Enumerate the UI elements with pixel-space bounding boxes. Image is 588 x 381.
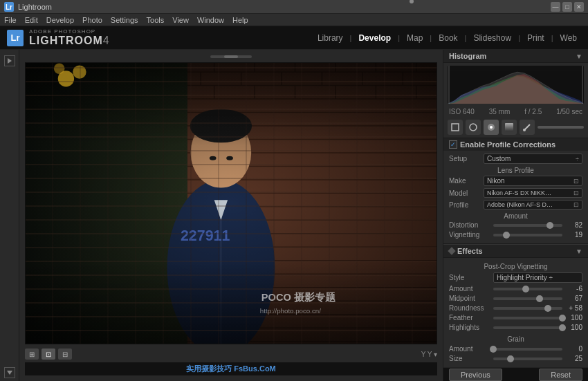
tab-library[interactable]: Library	[313, 33, 347, 43]
vignetting-row: Vignetting 19	[449, 231, 582, 239]
toolbar-icons: ⊞ ⊡ ⊟	[25, 349, 72, 360]
setup-row: Setup Custom ÷	[449, 154, 582, 164]
main-slider[interactable]	[538, 126, 584, 129]
menu-file[interactable]: File	[4, 16, 17, 24]
lightroom-label: LIGHTROOM	[29, 35, 103, 47]
effects-section-header[interactable]: Effects ▼	[443, 244, 588, 258]
tab-web[interactable]: Web	[556, 33, 581, 43]
profile-field[interactable]: Adobe (Nikon AF-S DX NIKKO... ⊡	[484, 200, 582, 210]
roundness-slider[interactable]	[493, 307, 562, 310]
amount-value-e: -6	[565, 285, 582, 292]
bottom-toolbar: ⊞ ⊡ ⊟ Y Y ▾	[25, 344, 437, 361]
grain-size-label: Size	[449, 355, 490, 362]
svg-point-53	[210, 156, 217, 160]
make-dropdown[interactable]: ⊡	[573, 178, 579, 185]
left-panel-toggle[interactable]	[4, 55, 15, 66]
spot-removal-tool[interactable]	[466, 120, 481, 135]
amount-label-e: Amount	[449, 285, 490, 292]
lens-corrections-checkbox[interactable]: ✓	[449, 140, 457, 149]
menu-tools[interactable]: Tools	[147, 16, 165, 24]
amount-slider[interactable]	[493, 288, 562, 290]
menu-settings[interactable]: Settings	[111, 16, 138, 24]
profile-value: Adobe (Nikon AF-S DX NIKKO...	[487, 201, 556, 208]
loupe-view-icon[interactable]: ⊡	[42, 349, 55, 360]
grain-size-slider[interactable]	[493, 357, 562, 360]
red-eye-tool[interactable]	[484, 120, 499, 135]
midpoint-row: Midpoint 67	[449, 295, 582, 302]
style-value-text: Highlight Priority ÷	[497, 274, 553, 281]
menu-bar: File Edit Develop Photo Settings Tools V…	[0, 14, 588, 26]
menu-view[interactable]: View	[172, 16, 189, 24]
tab-develop[interactable]: Develop	[354, 33, 395, 43]
menu-develop[interactable]: Develop	[46, 16, 74, 24]
midpoint-thumb[interactable]	[536, 295, 543, 302]
histogram-info: ISO 640 35 mm f / 2.5 1/50 sec	[443, 106, 588, 117]
lens-corrections-content: Setup Custom ÷ Lens Profile Make Nikon ⊡	[443, 151, 588, 243]
svg-marker-52	[214, 200, 228, 220]
grain-size-thumb[interactable]	[507, 355, 514, 362]
feather-slider[interactable]	[493, 317, 562, 319]
grain-size-row: Size 25	[449, 355, 582, 362]
amount-thumb[interactable]	[522, 286, 529, 292]
feather-thumb[interactable]	[559, 315, 566, 322]
grain-amount-value: 0	[565, 345, 582, 353]
model-dropdown[interactable]: ⊡	[573, 189, 579, 196]
model-row: Model Nikon AF-S DX NIKKOR 35mm... ⊡	[449, 188, 582, 198]
compare-view-icon[interactable]: ⊟	[58, 349, 72, 360]
bottom-panel-toggle[interactable]	[4, 367, 15, 378]
app-body: Lr ADOBE PHOTOSHOP LIGHTROOM 4 Library |…	[0, 26, 588, 381]
graduated-filter-tool[interactable]	[502, 120, 517, 135]
setup-dropdown[interactable]: ÷	[576, 156, 579, 162]
tab-slideshow[interactable]: Slideshow	[469, 33, 515, 43]
style-row: Style Highlight Priority ÷	[449, 272, 582, 283]
highlights-slider[interactable]	[493, 326, 562, 329]
profile-dropdown[interactable]: ⊡	[573, 201, 579, 208]
tab-book[interactable]: Book	[434, 33, 461, 43]
svg-text:227911: 227911	[181, 227, 230, 244]
style-value-field[interactable]: Highlight Priority ÷	[493, 272, 582, 283]
make-field[interactable]: Nikon ⊡	[484, 176, 582, 186]
bottom-watermark: 实用摄影技巧 FsBus.CoM	[25, 362, 437, 375]
nav-tabs: Library | Develop | Map | Book | Slidesh…	[313, 33, 581, 43]
iso-value: ISO 640	[449, 108, 475, 115]
distortion-thumb[interactable]	[546, 222, 553, 229]
highlights-row: Highlights 100	[449, 324, 582, 331]
make-row: Make Nikon ⊡	[449, 176, 582, 186]
model-field[interactable]: Nikon AF-S DX NIKKOR 35mm... ⊡	[484, 188, 582, 198]
grain-amount-slider[interactable]	[493, 348, 562, 351]
svg-marker-3	[7, 371, 12, 375]
tab-map[interactable]: Map	[403, 33, 427, 43]
svg-point-54	[226, 156, 233, 160]
vignetting-thumb[interactable]	[503, 232, 510, 239]
lens-corrections-header[interactable]: ✓ Enable Profile Corrections	[443, 138, 588, 151]
crop-tool[interactable]	[448, 120, 463, 135]
menu-window[interactable]: Window	[197, 16, 224, 24]
maximize-button[interactable]: □	[562, 2, 572, 12]
grain-amount-row: Amount 0	[449, 345, 582, 353]
adjustment-brush-tool[interactable]	[520, 120, 535, 135]
window-controls[interactable]: — □ ✕	[551, 2, 584, 12]
grid-view-icon[interactable]: ⊞	[25, 349, 39, 360]
tab-print[interactable]: Print	[523, 33, 549, 43]
midpoint-slider[interactable]	[493, 297, 562, 300]
close-button[interactable]: ✕	[574, 2, 584, 12]
distortion-slider[interactable]	[493, 224, 562, 227]
menu-edit[interactable]: Edit	[25, 16, 38, 24]
svg-rect-46	[26, 63, 187, 344]
highlights-thumb[interactable]	[559, 324, 566, 331]
menu-photo[interactable]: Photo	[82, 16, 102, 24]
previous-button[interactable]: Previous	[449, 369, 502, 381]
reset-button[interactable]: Reset	[539, 369, 582, 381]
lr-badge: Lr	[7, 30, 24, 46]
minimize-button[interactable]: —	[551, 2, 560, 12]
adobe-label: ADOBE PHOTOSHOP	[29, 28, 109, 35]
zoom-level: Y Y ▾	[421, 351, 437, 358]
grain-amount-thumb[interactable]	[490, 346, 497, 353]
post-crop-title: Post-Crop Vignetting	[449, 261, 582, 272]
roundness-thumb[interactable]	[544, 305, 551, 312]
vignetting-slider[interactable]	[493, 234, 562, 236]
focal-value: 35 mm	[489, 108, 511, 115]
svg-rect-55	[26, 63, 437, 344]
menu-help[interactable]: Help	[232, 16, 248, 24]
setup-field[interactable]: Custom ÷	[484, 154, 582, 164]
